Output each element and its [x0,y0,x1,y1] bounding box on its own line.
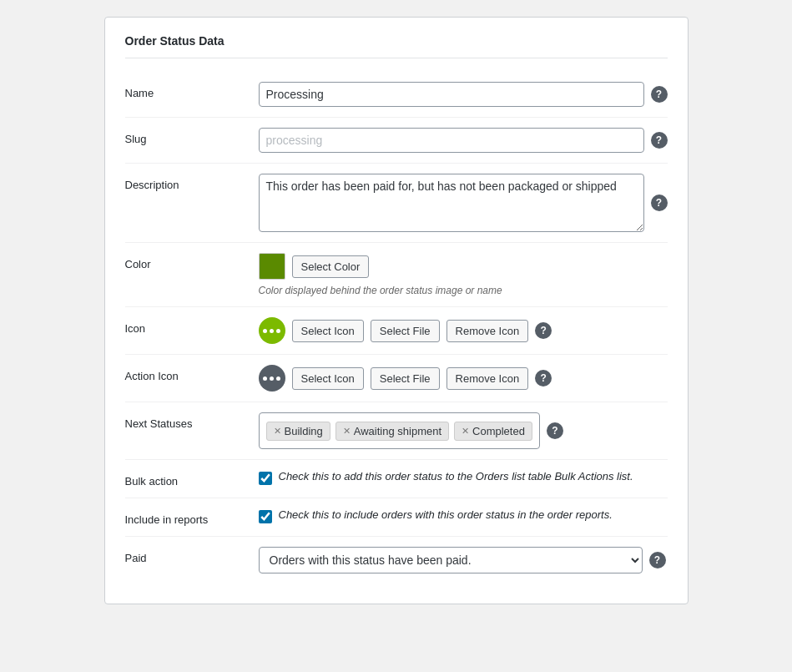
icon-help-icon[interactable]: ? [535,322,552,339]
description-label: Description [125,174,259,191]
bulk-action-row: Bulk action Check this to add this order… [125,460,668,498]
description-row: Description This order has been paid for… [125,164,668,243]
status-tag-completed-label: Completed [472,425,525,437]
icon-row: Icon Select Icon Select File Remove Icon… [125,307,668,355]
action-icon-row: Action Icon Select Icon Select File Remo… [125,355,668,402]
status-tag-awaiting-label: Awaiting shipment [354,425,441,437]
action-icon-label: Action Icon [125,365,259,382]
paid-row: Paid Orders with this status have been p… [125,537,668,584]
name-help-icon[interactable]: ? [651,86,668,103]
status-tag-awaiting[interactable]: ✕ Awaiting shipment [335,422,449,441]
name-label: Name [125,82,259,99]
bulk-action-description: Check this to add this order status to t… [279,470,633,483]
icon-label: Icon [125,317,259,335]
bulk-action-label: Bulk action [125,470,259,488]
name-control: ? [259,82,668,107]
paid-select[interactable]: Orders with this status have been paid. … [259,547,643,573]
icon-remove-icon-button[interactable]: Remove Icon [446,320,529,342]
color-swatch[interactable] [259,253,285,280]
paid-label: Paid [125,547,259,564]
description-textarea[interactable]: This order has been paid for, but has no… [259,174,644,232]
icon-control: Select Icon Select File Remove Icon ? [259,317,668,344]
paid-control: Orders with this status have been paid. … [259,547,668,573]
slug-row: Slug ? [125,118,668,164]
icon-preview [259,317,285,344]
remove-awaiting-icon[interactable]: ✕ [343,426,351,437]
include-in-reports-label: Include in reports [125,508,259,526]
icon-select-icon-button[interactable]: Select Icon [292,320,364,342]
slug-input[interactable] [259,128,644,153]
include-in-reports-description: Check this to include orders with this o… [279,508,613,521]
bulk-action-checkbox[interactable] [259,472,272,485]
next-statuses-label: Next Statuses [125,412,259,430]
status-tag-building-label: Building [285,425,323,437]
name-input[interactable] [259,82,644,107]
include-in-reports-control: Check this to include orders with this o… [259,508,668,523]
action-icon-remove-icon-button[interactable]: Remove Icon [446,367,529,390]
select-color-button[interactable]: Select Color [292,255,370,278]
order-status-form: Order Status Data Name ? Slug ? Descript… [104,17,689,604]
next-statuses-control: ✕ Building ✕ Awaiting shipment ✕ Complet… [259,412,668,449]
action-icon-select-icon-button[interactable]: Select Icon [292,367,364,390]
description-control: This order has been paid for, but has no… [259,174,668,232]
include-in-reports-checkbox[interactable] [259,510,272,523]
next-statuses-help-icon[interactable]: ? [547,422,563,439]
card-title: Order Status Data [125,34,668,58]
slug-help-icon[interactable]: ? [651,132,668,149]
bulk-action-control: Check this to add this order status to t… [259,470,668,485]
color-label: Color [125,253,259,270]
color-control: Select Color Color displayed behind the … [259,253,668,296]
color-row: Color Select Color Color displayed behin… [125,243,668,307]
status-tag-building[interactable]: ✕ Building [266,422,330,441]
paid-help-icon[interactable]: ? [649,552,666,568]
action-icon-select-file-button[interactable]: Select File [371,367,440,390]
action-icon-preview [259,365,285,392]
next-statuses-container[interactable]: ✕ Building ✕ Awaiting shipment ✕ Complet… [259,412,540,449]
action-icon-help-icon[interactable]: ? [535,370,552,387]
include-in-reports-row: Include in reports Check this to include… [125,498,668,537]
remove-completed-icon[interactable]: ✕ [462,426,469,437]
remove-building-icon[interactable]: ✕ [274,426,281,437]
slug-control: ? [259,128,668,153]
status-tag-completed[interactable]: ✕ Completed [454,422,532,441]
name-row: Name ? [125,72,668,118]
slug-label: Slug [125,128,259,145]
description-help-icon[interactable]: ? [651,195,668,211]
next-statuses-row: Next Statuses ✕ Building ✕ Awaiting ship… [125,402,668,460]
icon-select-file-button[interactable]: Select File [371,320,440,342]
action-icon-control: Select Icon Select File Remove Icon ? [259,365,668,392]
color-hint: Color displayed behind the order status … [259,285,668,296]
